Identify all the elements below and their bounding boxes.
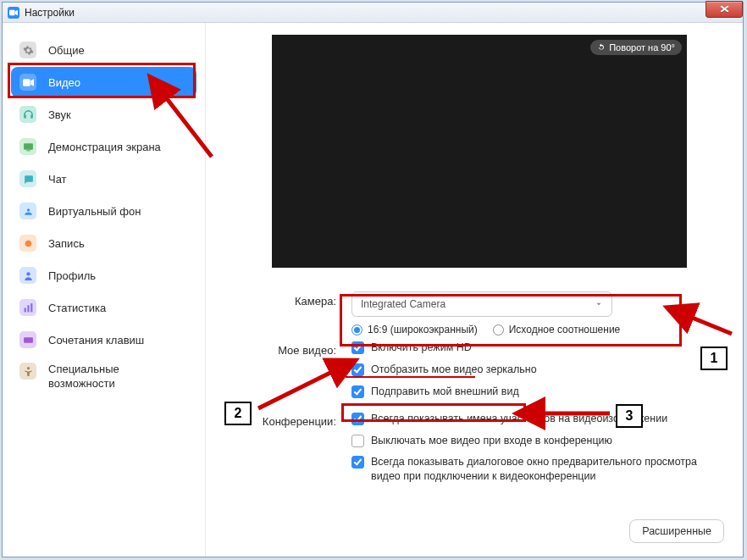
video-off-join-checkbox[interactable]: Выключать мое видео при входе в конферен… [351,434,726,448]
window-close-button[interactable]: ✕ [706,1,743,18]
gear-icon [19,42,36,58]
sidebar-item-label: Виртуальный фон [48,205,141,218]
svg-rect-0 [9,9,15,15]
annotation-number-3: 3 [616,404,643,428]
sidebar-item-label: Сочетания клавиш [48,334,144,347]
checkbox-label: Всегда показывать диалоговое окно предва… [371,455,710,484]
annotation-number-1: 1 [700,347,728,370]
profile-icon [19,267,36,284]
mirror-video-checkbox[interactable]: Отобразить мое видео зеркально [351,363,726,377]
share-screen-icon [19,138,36,155]
checkbox-icon [351,456,364,469]
sidebar-item-video[interactable]: Видео [11,67,196,97]
checkbox-icon [351,435,364,447]
titlebar: Настройки ✕ [3,3,743,23]
record-icon [19,235,36,252]
statistics-icon [19,299,36,316]
annotation-number-2: 2 [224,402,252,425]
svg-point-3 [26,208,29,211]
sidebar-item-shortcuts[interactable]: Сочетания клавиш [11,324,196,355]
sidebar-item-share-screen[interactable]: Демонстрация экрана [11,131,196,162]
advanced-button[interactable]: Расширенные [629,519,724,543]
checkbox-label: Включить режим HD [371,341,472,355]
rotate-button[interactable]: Поворот на 90° [590,40,682,55]
radio-icon [351,324,362,335]
rotate-label: Поворот на 90° [609,42,675,53]
sidebar-item-label: Звук [48,108,71,121]
sidebar-item-general[interactable]: Общие [11,35,196,65]
checkbox-icon [351,413,364,425]
svg-rect-1 [23,79,30,86]
sidebar-item-label: Чат [48,173,67,186]
main-panel: Поворот на 90° Камера: Integrated Camera [206,23,743,557]
svg-point-10 [26,367,29,369]
chat-icon [19,170,36,187]
sidebar-item-label: Статистика [48,302,106,314]
checkbox-label: Отобразить мое видео зеркально [371,363,537,377]
checkbox-icon [351,341,364,354]
svg-rect-9 [24,337,33,343]
sidebar-item-audio[interactable]: Звук [11,99,196,130]
sidebar-item-label: Видео [48,76,80,89]
radio-label: Исходное соотношение [509,324,621,335]
window-title: Настройки [25,7,75,19]
sidebar-item-virtual-bg[interactable]: Виртуальный фон [11,196,196,226]
checkbox-label: Подправить мой внешний вид [371,385,519,399]
sidebar-item-profile[interactable]: Профиль [11,260,196,291]
video-icon [19,74,36,91]
touch-up-checkbox[interactable]: Подправить мой внешний вид [351,385,726,399]
chevron-down-icon [595,300,603,308]
advanced-button-label: Расширенные [642,525,711,537]
svg-point-5 [26,272,30,275]
show-names-checkbox[interactable]: Всегда показывать имена участников на ви… [351,412,726,426]
sidebar-item-chat[interactable]: Чат [11,164,196,194]
svg-rect-2 [24,143,33,150]
close-icon: ✕ [719,3,730,15]
camera-select[interactable]: Integrated Camera [351,291,612,317]
sidebar-item-label: Демонстрация экрана [48,141,161,153]
rotate-icon [597,43,606,52]
svg-point-4 [25,240,31,247]
content: Общие Видео Звук Демонстрация экрана Чат [3,23,743,557]
preview-dialog-checkbox[interactable]: Всегда показывать диалоговое окно предва… [351,455,726,484]
svg-rect-7 [27,305,29,312]
checkbox-icon [351,385,364,398]
accessibility-icon [19,363,36,380]
radio-icon [493,324,504,335]
keyboard-icon [19,331,36,348]
my-video-label: Мое видео: [221,341,336,407]
video-preview: Поворот на 90° [272,35,687,268]
sidebar-item-label: Профиль [48,269,96,282]
app-icon [8,7,19,19]
settings-window: Настройки ✕ Общие Видео Звук Демонстраци… [2,2,744,557]
aspect-original-radio[interactable]: Исходное соотношение [493,324,621,335]
sidebar-item-statistics[interactable]: Статистика [11,292,196,323]
sidebar: Общие Видео Звук Демонстрация экрана Чат [3,23,206,557]
sidebar-item-recording[interactable]: Запись [11,228,196,258]
camera-selected-value: Integrated Camera [361,298,445,310]
svg-rect-6 [24,308,25,312]
virtual-bg-icon [19,202,36,219]
checkbox-icon [351,363,364,376]
aspect-16-9-radio[interactable]: 16:9 (широкоэкранный) [351,324,478,335]
sidebar-item-label: Запись [48,237,85,250]
sidebar-item-label: Специальные возможности [48,363,188,391]
svg-rect-8 [30,303,32,312]
headphones-icon [19,106,36,123]
sidebar-item-label: Общие [48,44,85,57]
radio-label: 16:9 (широкоэкранный) [368,324,478,335]
camera-label: Камера: [221,291,336,335]
sidebar-item-accessibility[interactable]: Специальные возможности [11,357,196,397]
enable-hd-checkbox[interactable]: Включить режим HD [351,341,726,355]
checkbox-label: Выключать мое видео при входе в конферен… [371,434,612,448]
settings-form: Камера: Integrated Camera 16:9 (широкоэк… [221,291,726,491]
